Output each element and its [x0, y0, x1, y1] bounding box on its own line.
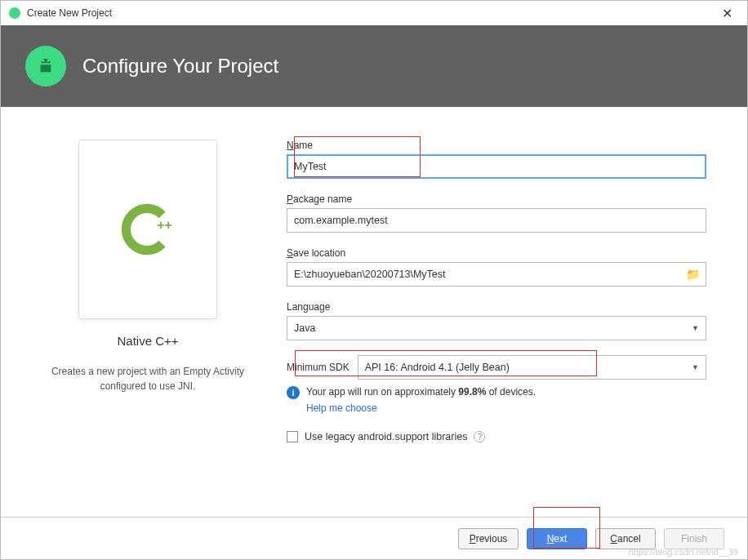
location-input[interactable] — [287, 262, 706, 287]
template-preview-column: ++ Native C++ Creates a new project with… — [42, 140, 254, 500]
cpp-icon: ++ — [115, 197, 180, 262]
info-icon: i — [287, 386, 300, 399]
template-preview-image: ++ — [78, 140, 217, 319]
location-label: Save location — [287, 247, 706, 259]
sdk-select[interactable]: API 16: Android 4.1 (Jelly Bean) ▼ — [358, 355, 706, 380]
name-input[interactable] — [287, 154, 706, 179]
name-label: Name — [287, 140, 706, 151]
help-me-choose-link[interactable]: Help me choose — [306, 402, 377, 414]
sdk-value: API 16: Android 4.1 (Jelly Bean) — [365, 362, 510, 373]
page-title: Configure Your Project — [82, 55, 278, 78]
watermark: https://blog.csdn.net/id__39 — [628, 547, 738, 557]
window-title: Create New Project — [27, 7, 112, 19]
header: Configure Your Project — [1, 25, 747, 107]
app-icon — [9, 7, 20, 19]
template-description: Creates a new project with an Empty Acti… — [42, 364, 254, 393]
language-select[interactable]: Java ▼ — [287, 316, 706, 340]
help-icon[interactable]: ? — [474, 431, 485, 442]
svg-point-1 — [47, 60, 49, 62]
sdk-hint: i Your app will run on approximately 99.… — [287, 386, 706, 399]
chevron-down-icon: ▼ — [692, 363, 699, 371]
language-value: Java — [294, 322, 315, 334]
package-label: Package name — [287, 193, 706, 205]
package-input[interactable] — [287, 208, 706, 233]
template-title: Native C++ — [42, 334, 254, 348]
language-label: Language — [287, 301, 706, 313]
finish-button: Finish — [664, 528, 724, 549]
android-studio-logo-icon — [25, 46, 66, 87]
next-button[interactable]: Next — [527, 528, 587, 549]
sdk-label: Minimum SDK — [287, 362, 350, 373]
previous-button[interactable]: Previous — [458, 528, 519, 549]
svg-text:++: ++ — [157, 218, 172, 232]
chevron-down-icon: ▼ — [692, 324, 699, 332]
cancel-button[interactable]: Cancel — [595, 528, 656, 549]
titlebar: Create New Project ✕ — [1, 1, 747, 25]
legacy-label: Use legacy android.support libraries — [305, 431, 467, 442]
svg-point-0 — [42, 60, 44, 62]
form-column: Name Package name Save location 📁 Langua… — [287, 140, 706, 500]
close-icon[interactable]: ✕ — [715, 2, 739, 24]
folder-icon[interactable]: 📁 — [686, 268, 700, 281]
legacy-checkbox[interactable] — [287, 431, 298, 442]
